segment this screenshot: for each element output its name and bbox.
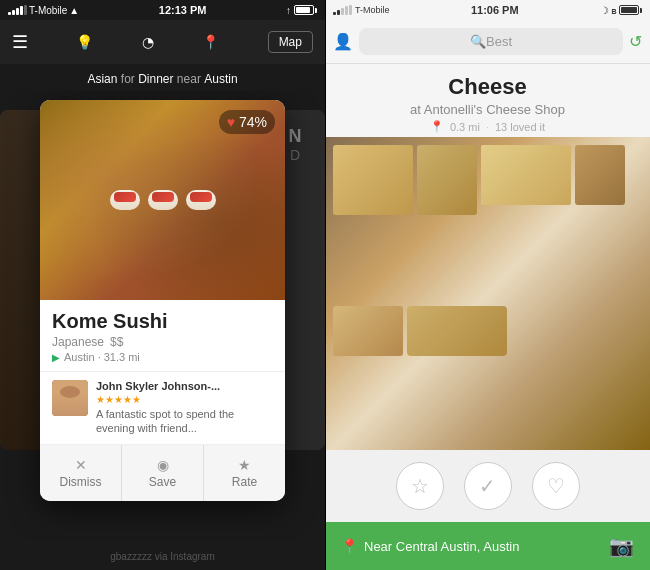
status-bar-right: T-Mobile 11:06 PM ☽ ʙ [325,0,650,20]
location-bar: 📍 Near Central Austin, Austin 📷 [325,522,650,570]
signal-bar-4 [20,6,23,15]
save-icon: ◉ [157,457,169,473]
action-icons-row: ☆ ✓ ♡ [325,450,650,522]
camera-icon[interactable]: 📷 [609,534,634,558]
location-text: 📍 Near Central Austin, Austin [341,538,519,554]
food-name: Cheese [341,74,634,100]
pin-meta-icon: 📍 [430,120,444,133]
refresh-icon[interactable]: ↺ [629,32,642,51]
carrier-name-right: T-Mobile [355,5,390,15]
status-icons-left: ↑ [286,5,317,16]
search-bar-right: 👤 🔍 Best ↺ [325,20,650,64]
menu-icon[interactable]: ☰ [12,31,28,53]
heart-button[interactable]: ♡ [532,462,580,510]
cards-area: N D ♥ 74% Kome Sushi [0,90,325,540]
reviewer-name: John Skyler Johnson-... [96,380,273,392]
food-meta: 📍 0.3 mi · 13 loved it [341,120,634,133]
restaurant-name: Kome Sushi [52,310,273,333]
panel-separator [325,0,326,570]
rate-icon: ★ [238,457,251,473]
food-loved: 13 loved it [495,121,545,133]
r-signal-3 [341,8,344,15]
review-text: A fantastic spot to spend the evening wi… [96,407,273,436]
like-pct: 74% [239,114,267,130]
bg-card-letter-n: N [289,126,302,147]
check-icon: ✓ [479,474,496,498]
bg-card-letter-d: D [289,147,302,163]
status-icons-right: ☽ ʙ [600,5,642,16]
location-pin-icon: 📍 [341,538,358,554]
search-austin: Austin [204,72,237,86]
reviewer-avatar [52,380,88,416]
attribution: gbazzzzz via Instagram [0,540,325,570]
nav-bar-left: ☰ 💡 ◔ 📍 Map [0,20,325,64]
check-button[interactable]: ✓ [464,462,512,510]
carrier-signal-left: T-Mobile ▲ [8,5,79,16]
arrow-up-icon: ↑ [286,5,291,16]
battery-right [619,5,642,15]
review-section: John Skyler Johnson-... ★★★★★ A fantasti… [40,371,285,444]
search-icon-nav[interactable]: 💡 [76,34,93,50]
rate-label: Rate [232,475,257,489]
signal-bars-left [8,5,27,15]
sushi-1 [110,190,140,210]
save-label: Save [149,475,176,489]
signal-bar-3 [16,8,19,15]
search-subtitle: Asian for Dinner near Austin [0,64,325,90]
chart-icon-nav[interactable]: ◔ [142,34,154,50]
map-button[interactable]: Map [268,31,313,53]
star-icon: ☆ [411,474,429,498]
r-signal-5 [349,5,352,15]
like-badge: ♥ 74% [219,110,275,134]
search-input-right[interactable]: 🔍 Best [359,28,623,55]
pin-icon-nav[interactable]: 📍 [202,34,219,50]
card-info: Kome Sushi Japanese $$ ▶ Austin · 31.3 m… [40,300,285,371]
carrier-name-left: T-Mobile [29,5,67,16]
card-image: ♥ 74% [40,100,285,300]
moon-icon: ☽ [600,5,609,16]
signal-bar-5 [24,5,27,15]
review-content: John Skyler Johnson-... ★★★★★ A fantasti… [96,380,273,436]
location-arrow-icon: ▶ [52,352,60,363]
rate-button[interactable]: ★ Rate [204,445,285,501]
search-placeholder: Best [486,34,512,49]
search-for: for [121,72,135,86]
meta-separator: · [486,121,489,133]
search-icon-inner: 🔍 [470,34,486,49]
save-button[interactable]: ◉ Save [122,445,204,501]
main-card[interactable]: ♥ 74% Kome Sushi Japanese $$ ▶ Austin · … [40,100,285,501]
card-location: ▶ Austin · 31.3 mi [52,351,273,363]
bluetooth-icon: ʙ [611,5,617,16]
dismiss-button[interactable]: ✕ Dismiss [40,445,122,501]
signal-bars-right [333,5,352,15]
location-text: Austin · 31.3 mi [64,351,140,363]
cuisine-type: Japanese [52,335,104,349]
sushi-3 [186,190,216,210]
left-panel: T-Mobile ▲ 12:13 PM ↑ ☰ 💡 ◔ 📍 Map Asian … [0,0,325,570]
person-icon[interactable]: 👤 [333,32,353,51]
heart-icon-right: ♡ [547,474,565,498]
sushi-2 [148,190,178,210]
food-image [325,137,650,450]
search-dinner: Dinner [138,72,173,86]
r-signal-4 [345,6,348,15]
battery-left [294,5,317,15]
time-left: 12:13 PM [159,4,207,16]
time-right: 11:06 PM [471,4,519,16]
signal-bar-1 [8,12,11,15]
location-label: Near Central Austin, Austin [364,539,519,554]
attribution-text: gbazzzzz via Instagram [110,551,215,562]
food-distance: 0.3 mi [450,121,480,133]
star-button[interactable]: ☆ [396,462,444,510]
dismiss-icon: ✕ [75,457,87,473]
right-panel: T-Mobile 11:06 PM ☽ ʙ 👤 🔍 Best ↺ Cheese … [325,0,650,570]
search-asian: Asian [87,72,117,86]
food-title-area: Cheese at Antonelli's Cheese Shop 📍 0.3 … [325,64,650,137]
action-buttons: ✕ Dismiss ◉ Save ★ Rate [40,444,285,501]
heart-icon: ♥ [227,114,235,130]
image-overlay-right [325,137,650,450]
card-subtitle: Japanese $$ [52,335,273,349]
r-signal-2 [337,10,340,15]
wifi-icon-left: ▲ [69,5,79,16]
signal-bar-2 [12,10,15,15]
